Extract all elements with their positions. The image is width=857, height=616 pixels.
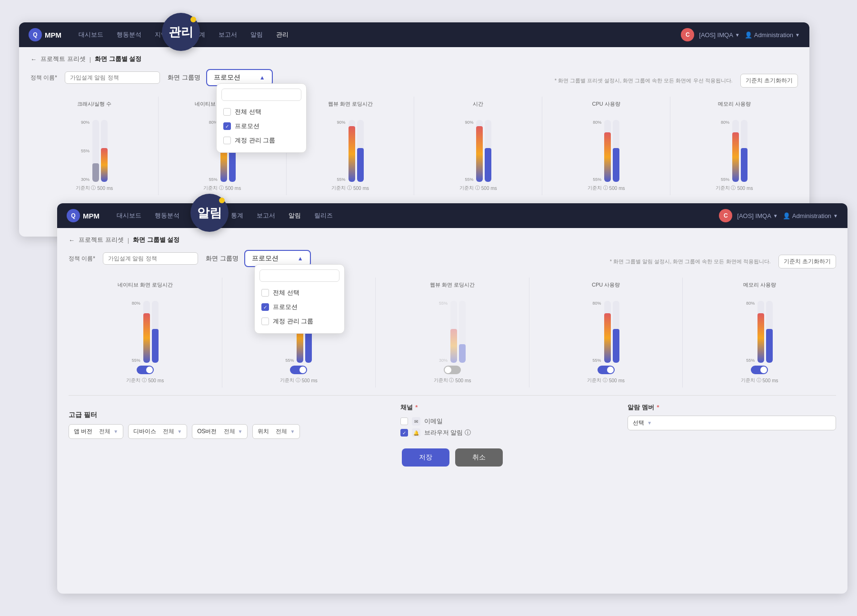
chart-native-b: 네이티브 화면 로딩시간 80% 55% xyxy=(69,278,222,387)
nav-item-report[interactable]: 보고서 xyxy=(213,28,243,42)
nav-item-admin[interactable]: 관리 xyxy=(270,28,294,42)
toggle-memory-b[interactable] xyxy=(751,366,768,374)
dropdown-item-all-bottom[interactable]: 전체 선택 xyxy=(259,286,339,300)
chevron-up-icon-b: ▲ xyxy=(298,255,303,262)
alarm-member-select[interactable]: 선택 ▼ xyxy=(628,416,836,430)
chevron-down-icon-9: ▼ xyxy=(647,420,652,426)
screen-group-label-bottom: 화면 그룹명 xyxy=(206,254,239,263)
nav-env-top: [AOS] IMQA ▼ xyxy=(699,31,739,39)
reset-btn-bottom[interactable]: 기준치 초기화하기 xyxy=(778,255,836,268)
chevron-down-icon-6: ▼ xyxy=(177,429,182,434)
nav-item-report-b[interactable]: 보고서 xyxy=(251,209,281,223)
chevron-down-icon-8: ▼ xyxy=(290,429,295,434)
bottom-panel: Q MPM 대시보드 행동분석 지역분석 통계 보고서 알림 릴리즈 C [AO… xyxy=(57,203,847,594)
filter-app-version[interactable]: 앱 버전 전체 ▼ xyxy=(69,424,123,439)
checkbox-account-top[interactable] xyxy=(223,137,231,144)
top-content: ← 프로젝트 프리셋 | 화면 그룹별 설정 정책 이름* 화면 그룹명 프로모… xyxy=(19,47,809,203)
action-row: 저장 취소 xyxy=(69,448,836,467)
dropdown-item-all-top[interactable]: 전체 선택 xyxy=(221,105,301,119)
chevron-up-icon: ▲ xyxy=(259,74,265,81)
filter-device[interactable]: 디바이스 전체 ▼ xyxy=(128,424,187,439)
chart-cpu-top: CPU 사용량 80% 55% 기준치 xyxy=(542,97,670,195)
advanced-filter-title: 고급 필터 xyxy=(69,411,381,419)
nav-right-top: C [AOS] IMQA ▼ 👤 Administration ▼ xyxy=(681,28,800,41)
nav-item-alarm-b[interactable]: 알림 xyxy=(283,209,307,223)
filter-row: 앱 버전 전체 ▼ 디바이스 전체 ▼ OS버전 전체 ▼ xyxy=(69,424,381,439)
nav-right-bottom: C [AOS] IMQA ▼ 👤 Administration ▼ xyxy=(719,209,838,222)
nav-item-stats-b[interactable]: 통계 xyxy=(225,209,249,223)
checkbox-browser[interactable]: ✓ xyxy=(400,429,408,437)
nav-item-alarm[interactable]: 알림 xyxy=(245,28,269,42)
logo-icon: Q xyxy=(29,28,42,41)
dropdown-item-promo-top[interactable]: ✓ 프로모션 xyxy=(221,119,301,133)
cancel-button[interactable]: 취소 xyxy=(455,448,503,467)
charts-row-bottom: 네이티브 화면 로딩시간 80% 55% xyxy=(69,278,836,387)
dropdown-search-bottom[interactable] xyxy=(259,269,339,282)
nav-item-behavior[interactable]: 행동분석 xyxy=(111,28,147,42)
hint-text-top: * 화면 그룹별 프리셋 설정시, 화면 그룹에 속한 모든 화면에 우선 적용… xyxy=(280,77,733,84)
breadcrumb-back-b[interactable]: 프로젝트 프리셋 xyxy=(79,236,124,244)
chevron-down-icon: ▼ xyxy=(735,32,740,38)
nav-item-behavior-b[interactable]: 행동분석 xyxy=(149,209,185,223)
breadcrumb-top: ← 프로젝트 프리셋 | 화면 그룹별 설정 xyxy=(30,55,798,63)
breadcrumb-sep: | xyxy=(90,56,91,63)
floating-label-alarm: 알림 xyxy=(190,194,229,232)
policy-input-top[interactable] xyxy=(65,71,160,84)
checkbox-all-bottom[interactable] xyxy=(261,289,269,297)
dropdown-item-account-top[interactable]: 계정 관리 그룹 xyxy=(221,133,301,148)
logo-icon-bottom: Q xyxy=(67,209,80,222)
floating-label-admin: 관리 xyxy=(162,13,200,51)
checkbox-account-bottom[interactable] xyxy=(261,318,269,325)
chart-crash: 크래시/실행 수 90% 55% 30% xyxy=(30,97,159,195)
dropdown-item-account-bottom[interactable]: 계정 관리 그룹 xyxy=(259,314,339,328)
reset-btn-top[interactable]: 기준치 초기화하기 xyxy=(740,74,798,88)
breadcrumb-current-b: 화면 그룹별 설정 xyxy=(133,236,179,244)
toggle-native-b[interactable] xyxy=(137,366,154,374)
nav-item-dashboard-b[interactable]: 대시보드 xyxy=(111,209,147,223)
divider xyxy=(69,395,836,396)
chevron-down-icon-5: ▼ xyxy=(113,429,118,434)
toggle-cpu-b[interactable] xyxy=(598,366,615,374)
chart-memory-top: 메모리 사용량 80% 55% 기준치 xyxy=(670,97,798,195)
chevron-down-icon-4: ▼ xyxy=(833,213,838,219)
channel-browser[interactable]: ✓ 🔔 브라우저 알림 ⓘ xyxy=(400,427,609,438)
hint-text-bottom: * 화면 그룹별 알림 설정시, 화면 그룹에 속한 모든 화면에 적용됩니다. xyxy=(319,258,771,265)
checkbox-email[interactable] xyxy=(400,417,408,425)
dropdown-panel-bottom: 전체 선택 ✓ 프로모션 계정 관리 그룹 xyxy=(254,264,345,334)
checkbox-promo-top[interactable]: ✓ xyxy=(223,122,231,130)
policy-input-bottom[interactable] xyxy=(103,252,198,265)
floating-dot xyxy=(190,17,196,22)
save-button[interactable]: 저장 xyxy=(402,448,449,467)
filter-os-version[interactable]: OS버전 전체 ▼ xyxy=(192,424,248,439)
dropdown-search-top[interactable] xyxy=(221,89,301,101)
channel-email[interactable]: ✉ 이메일 xyxy=(400,416,609,427)
alarm-member-title: 알람 멤버 * xyxy=(628,403,836,412)
chevron-down-icon-3: ▼ xyxy=(773,213,778,219)
bottom-sections: 고급 필터 앱 버전 전체 ▼ 디바이스 전체 ▼ xyxy=(69,403,836,439)
filter-location[interactable]: 위치 전체 ▼ xyxy=(252,424,300,439)
toggle-webview2-b[interactable] xyxy=(444,366,461,374)
navbar-top: Q MPM 대시보드 행동분석 지역분석 통계 보고서 알림 관리 C [AOS… xyxy=(19,22,809,47)
breadcrumb-back-arrow-b: ← xyxy=(69,237,75,244)
nav-item-release-b[interactable]: 릴리즈 xyxy=(309,209,339,223)
nav-logo-bottom: Q MPM xyxy=(67,209,100,222)
breadcrumb-back-arrow: ← xyxy=(30,56,37,63)
dropdown-item-promo-bottom[interactable]: ✓ 프로모션 xyxy=(259,300,339,314)
breadcrumb-back[interactable]: 프로젝트 프리셋 xyxy=(40,55,86,63)
alarm-member-section: 알람 멤버 * 선택 ▼ xyxy=(628,403,836,439)
checkbox-all-top[interactable] xyxy=(223,108,231,116)
chart-time: 시간 90% 55% 기준치 ⓘ xyxy=(414,97,542,195)
breadcrumb-bottom: ← 프로젝트 프리셋 | 화면 그룹별 설정 xyxy=(69,236,836,244)
nav-admin-top: 👤 Administration ▼ xyxy=(745,31,800,39)
toggle-webview-b[interactable] xyxy=(290,366,307,374)
chevron-down-icon-2: ▼ xyxy=(795,32,800,38)
chart-webview2-b: 웹뷰 화면 로딩시간 55% 30% xyxy=(376,278,529,387)
breadcrumb-sep-b: | xyxy=(128,237,129,244)
nav-env-bottom: [AOS] IMQA ▼ xyxy=(737,212,777,219)
nav-item-dashboard[interactable]: 대시보드 xyxy=(73,28,109,42)
brand-name-bottom: MPM xyxy=(83,212,100,220)
nav-logo: Q MPM xyxy=(29,28,61,41)
checkbox-promo-bottom[interactable]: ✓ xyxy=(261,303,269,311)
policy-row-top: 정책 이름* xyxy=(30,71,160,84)
policy-label-top: 정책 이름* xyxy=(30,74,57,82)
